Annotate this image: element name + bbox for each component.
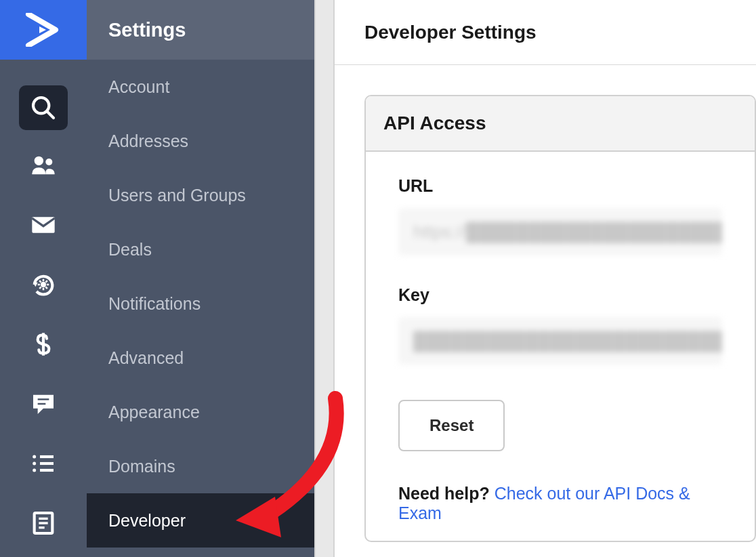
nav-notifications[interactable]: Notifications	[87, 276, 314, 331]
search-icon	[30, 94, 57, 121]
main-content: Developer Settings API Access URL https:…	[335, 0, 756, 557]
reset-button[interactable]: Reset	[398, 400, 505, 451]
url-field: URL https://████████████████████████	[398, 176, 722, 255]
nav-appearance[interactable]: Appearance	[87, 385, 314, 439]
nav-deals[interactable]: Deals	[87, 222, 314, 276]
search-button[interactable]	[19, 85, 68, 130]
nav-advanced[interactable]: Advanced	[87, 331, 314, 385]
svg-line-1	[47, 111, 54, 118]
key-label: Key	[398, 285, 722, 305]
gear-cycle-icon	[30, 271, 57, 298]
svg-point-6	[41, 282, 46, 287]
key-field: Key ████████████████████████████████	[398, 285, 722, 365]
card-header: API Access	[366, 96, 755, 152]
divider-gap	[314, 0, 335, 557]
svg-point-3	[45, 159, 52, 165]
svg-marker-5	[33, 283, 38, 287]
key-input[interactable]: ████████████████████████████████	[398, 317, 722, 365]
rail-mail[interactable]	[16, 195, 70, 255]
card-title: API Access	[383, 112, 486, 133]
rail-automations[interactable]	[16, 255, 70, 314]
people-icon	[30, 152, 57, 179]
nav-developer[interactable]: Developer	[87, 493, 314, 548]
dollar-icon	[30, 331, 57, 358]
svg-point-2	[35, 157, 43, 165]
list-icon	[30, 450, 57, 477]
svg-point-11	[33, 462, 36, 466]
rail-reports[interactable]	[16, 493, 70, 553]
rail-lists[interactable]	[16, 434, 70, 493]
chevron-logo-icon	[23, 13, 64, 47]
nav-account[interactable]: Account	[87, 60, 314, 114]
settings-title: Settings	[108, 19, 186, 41]
icon-rail	[0, 0, 87, 557]
rail-contacts[interactable]	[16, 136, 70, 195]
url-input[interactable]: https://████████████████████████	[398, 208, 722, 255]
svg-point-12	[33, 469, 36, 472]
logo[interactable]	[0, 0, 87, 60]
rail-deals[interactable]	[16, 314, 70, 374]
url-label: URL	[398, 176, 722, 196]
document-icon	[30, 510, 57, 537]
chat-icon	[30, 390, 57, 417]
nav-addresses[interactable]: Addresses	[87, 114, 314, 168]
nav-users-groups[interactable]: Users and Groups	[87, 168, 314, 222]
svg-point-10	[33, 455, 36, 459]
mail-icon	[30, 211, 57, 239]
nav-domains[interactable]: Domains	[87, 439, 314, 493]
settings-nav: Settings Account Addresses Users and Gro…	[87, 0, 314, 557]
settings-header: Settings	[87, 0, 314, 60]
api-access-card: API Access URL https://█████████████████…	[364, 95, 756, 542]
main-header: Developer Settings	[335, 0, 756, 65]
help-text: Need help? Check out our API Docs & Exam	[398, 484, 722, 523]
page-title: Developer Settings	[364, 22, 537, 43]
rail-conversations[interactable]	[16, 374, 70, 434]
